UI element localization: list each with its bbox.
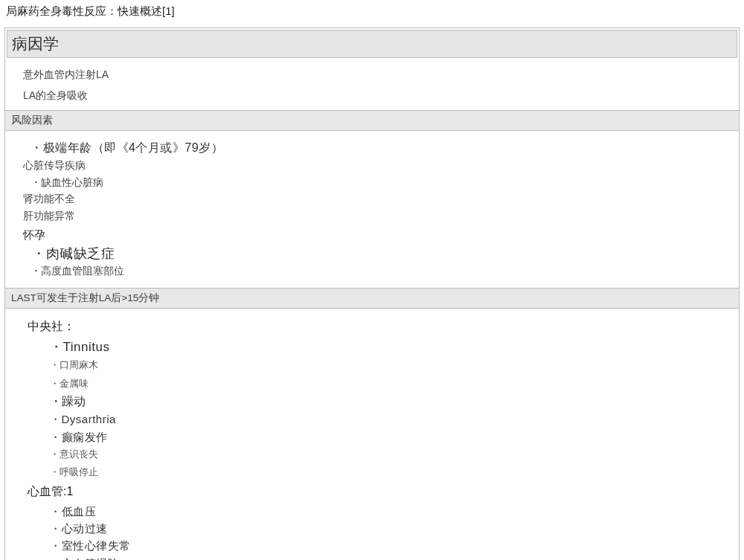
cv-label: 心血管:1	[28, 484, 727, 500]
risk-item: ・肉碱缺乏症	[23, 245, 727, 263]
signs-content: 中央社： ・Tinnitus・口周麻木・金属味・躁动・Dysarthria・癫痫…	[5, 309, 739, 560]
cns-label: 中央社：	[28, 319, 727, 335]
content-container: 病因学 意外血管内注射LA LA的全身吸收 风险因素 ・极端年龄（即《4个月或》…	[4, 28, 740, 560]
cv-item: ・心动过速	[50, 520, 727, 537]
etiology-item: 意外血管内注射LA	[23, 64, 727, 85]
signs-header: LAST可发生于注射LA后>15分钟	[4, 288, 740, 309]
cns-item: ・金属味	[50, 375, 727, 393]
risk-content: ・极端年龄（即《4个月或》79岁）心脏传导疾病・缺血性心脏病肾功能不全肝功能异常…	[5, 131, 739, 288]
risk-item: 怀孕	[23, 225, 727, 245]
cns-item: ・癫痫发作	[50, 428, 727, 445]
cns-item: ・口周麻木	[50, 356, 727, 374]
risk-header: 风险因素	[4, 110, 740, 131]
cns-item: ・Dysarthria	[50, 411, 727, 428]
risk-item: ・缺血性心脏病	[23, 175, 727, 192]
cv-list: ・低血压・心动过速・室性心律失常・心血管塌陷	[28, 503, 727, 560]
cv-item: ・心血管塌陷	[50, 555, 727, 560]
cns-item: ・躁动	[50, 393, 727, 411]
cns-item: ・呼吸停止	[50, 463, 727, 481]
etiology-content: 意外血管内注射LA LA的全身吸收	[5, 59, 739, 110]
risk-item: 肝功能异常	[23, 208, 727, 225]
cns-item: ・Tinnitus	[50, 338, 727, 357]
cns-list: ・Tinnitus・口周麻木・金属味・躁动・Dysarthria・癫痫发作・意识…	[28, 338, 727, 481]
cns-item: ・意识丧失	[50, 445, 727, 463]
risk-item: ・高度血管阻塞部位	[23, 263, 727, 280]
etiology-item: LA的全身吸收	[23, 85, 727, 106]
risk-item: ・极端年龄（即《4个月或》79岁）	[23, 138, 727, 158]
risk-item: 肾功能不全	[23, 191, 727, 208]
etiology-header: 病因学	[7, 30, 737, 58]
page-title: 局麻药全身毒性反应：快速概述[1]	[0, 0, 744, 28]
cv-item: ・室性心律失常	[50, 537, 727, 554]
cv-item: ・低血压	[50, 503, 727, 520]
risk-item: 心脏传导疾病	[23, 158, 727, 175]
